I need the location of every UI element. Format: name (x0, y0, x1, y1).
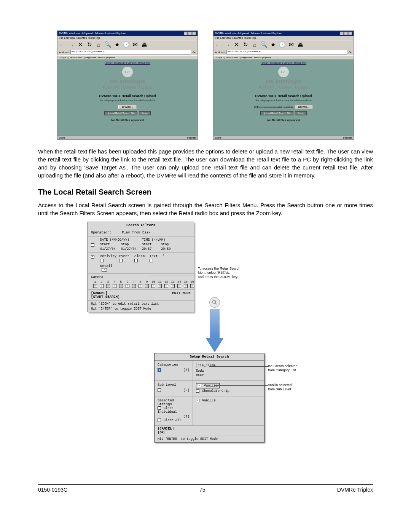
selected-string-checkbox[interactable] (196, 399, 199, 402)
forward-icon[interactable]: → (68, 41, 74, 48)
upload-button[interactable]: Upload Retail Search File (104, 111, 138, 115)
cam-cb-3[interactable]: ✕ (106, 284, 110, 288)
back-icon[interactable]: ← (215, 41, 221, 48)
edit-mode-label: EDIT MODE (172, 291, 191, 299)
minimize-button[interactable]: _ (184, 32, 188, 35)
print-icon[interactable]: 🖶 (297, 41, 303, 48)
maximize-button[interactable]: □ (188, 32, 192, 35)
cam-cb-1[interactable]: ✕ (93, 284, 97, 288)
date-stop-value[interactable]: 01/27/04 (121, 247, 142, 251)
search-icon[interactable]: 🔍 (261, 41, 267, 48)
alarm-checkbox[interactable] (134, 259, 138, 262)
cam-cb-8[interactable]: ✕ (139, 284, 142, 288)
cam-cb-7[interactable]: ✕ (132, 284, 136, 288)
page-tabs[interactable]: Home | Configure | Viewer | Retail Text (59, 62, 196, 64)
categories-checkbox[interactable] (158, 368, 161, 372)
mail-icon[interactable]: ✉ (288, 41, 294, 48)
links-bar[interactable]: Google - | Search Web - | PageRank | Aut… (57, 55, 198, 59)
links-bar[interactable]: Google - | Search Web - | PageRank | Aut… (213, 55, 354, 59)
retail-radio[interactable]: ▫ (102, 268, 107, 272)
maximize-button[interactable]: □ (344, 32, 348, 35)
date-start-value[interactable]: 01/27/04 (100, 247, 121, 251)
print-icon[interactable]: 🖶 (141, 41, 147, 48)
cam-cb-2[interactable]: ✕ (100, 284, 104, 288)
event-checkbox[interactable] (119, 259, 123, 262)
activity-label: Activity (100, 254, 118, 258)
datetime-checkbox[interactable] (91, 243, 94, 247)
footer-docid: 0150-0193G (38, 487, 68, 493)
mail-icon[interactable]: ✉ (132, 41, 138, 48)
reset-button[interactable]: Reset (295, 111, 307, 115)
category-item-selected[interactable]: Ice_Cream (196, 363, 217, 368)
section-heading: The Local Retail Search Screen (38, 188, 373, 197)
ok-button[interactable]: [OK] (158, 431, 261, 435)
category-item[interactable]: Soda (196, 369, 261, 373)
menu-bar[interactable]: File Edit View Favorites Tools Help (57, 36, 198, 40)
cam-cb-14[interactable]: ✕ (177, 284, 181, 288)
history-icon[interactable]: 🕑 (279, 41, 285, 48)
upload-button[interactable]: Upload Retail Search File (260, 111, 294, 115)
text-checkbox[interactable] (150, 259, 153, 262)
address-input[interactable]: http://3.18.173.65/cgi-bin/retail.sr (70, 50, 191, 54)
go-button[interactable]: Go (193, 51, 196, 54)
page-tabs[interactable]: Home | Configure | Viewer | Retail Text (215, 62, 352, 64)
filter-types-checkbox[interactable] (91, 255, 94, 259)
home-icon[interactable]: ⌂ (96, 41, 102, 48)
selected-string-item[interactable]: Vanilla (196, 399, 261, 403)
cam-cb-5[interactable]: ✕ (119, 284, 123, 288)
back-icon[interactable]: ← (59, 41, 65, 48)
clear-individual-checkbox[interactable] (158, 406, 161, 410)
stop-icon[interactable]: ✕ (233, 41, 239, 48)
retail-label: Retail (100, 264, 191, 268)
browse-button[interactable]: Browse... (118, 105, 136, 109)
date-start-label: Start (100, 243, 121, 246)
date-stop-label: Stop (121, 243, 142, 246)
reset-button[interactable]: Reset (139, 111, 151, 115)
category-item[interactable]: Beer (196, 374, 261, 377)
refresh-icon[interactable]: ↻ (86, 41, 92, 48)
search-icon[interactable]: 🔍 (105, 41, 111, 48)
refresh-icon[interactable]: ↻ (242, 41, 249, 48)
close-button[interactable]: × (192, 32, 196, 35)
cam-cb-10[interactable]: ✕ (151, 284, 155, 288)
sublevel-item[interactable]: Chocolate_Chip (196, 389, 261, 393)
sublevel-label: Sub Level (158, 383, 190, 387)
cam-cb-15[interactable]: ✕ (184, 284, 188, 288)
cam-cb-9[interactable]: ✕ (145, 284, 149, 288)
cam-cb-13[interactable]: ✕ (171, 284, 175, 288)
stop-icon[interactable]: ✕ (77, 41, 83, 48)
sublevel-item-selected[interactable]: Vanilla (196, 383, 220, 388)
browse-button[interactable]: Browse... (295, 105, 313, 109)
no-files-message: No Retail files uploaded (215, 118, 352, 122)
home-icon[interactable]: ⌂ (252, 41, 258, 48)
cam-cb-12[interactable]: ✕ (164, 284, 168, 288)
toolbar: ← → ✕ ↻ ⌂ 🔍 ★ 🕑 ✉ 🖶 (57, 40, 198, 49)
forward-icon[interactable]: → (224, 41, 230, 48)
favorites-icon[interactable]: ★ (270, 41, 276, 48)
time-start-value[interactable]: 20:57 (142, 247, 161, 251)
start-search-button[interactable]: [START SEARCH] (91, 295, 120, 299)
menu-bar[interactable]: File Edit View Favorites Tools Help (213, 36, 354, 40)
sublevel-item-checkbox[interactable] (196, 389, 199, 393)
cancel-button[interactable]: [CANCEL] (158, 427, 261, 431)
clear-all-checkbox[interactable] (158, 419, 161, 422)
cancel-button[interactable]: [CANCEL] (91, 291, 120, 295)
address-label: Address (215, 51, 225, 54)
annotation-line: from Sub Level (268, 387, 314, 391)
sublevel-item-checkbox[interactable] (198, 384, 201, 387)
cam-cb-6[interactable]: ✕ (126, 284, 129, 288)
annotation-line: To access the Retail Search (198, 267, 244, 271)
cam-cb-16[interactable]: ✕ (190, 284, 194, 288)
flow-arrow-icon (206, 309, 224, 355)
history-icon[interactable]: 🕑 (123, 41, 129, 48)
sublevel-checkbox[interactable] (158, 388, 161, 392)
minimize-button[interactable]: _ (340, 32, 344, 35)
address-input[interactable]: http://3.18.173.65/cgi-bin/retail.sr (226, 50, 347, 54)
close-button[interactable]: × (348, 32, 352, 35)
favorites-icon[interactable]: ★ (114, 41, 120, 48)
time-stop-value[interactable]: 20:59 (161, 247, 171, 251)
cam-cb-4[interactable]: ✕ (113, 284, 116, 288)
go-button[interactable]: Go (349, 51, 352, 54)
activity-checkbox[interactable] (100, 259, 104, 262)
cam-cb-11[interactable]: ✕ (158, 284, 162, 288)
